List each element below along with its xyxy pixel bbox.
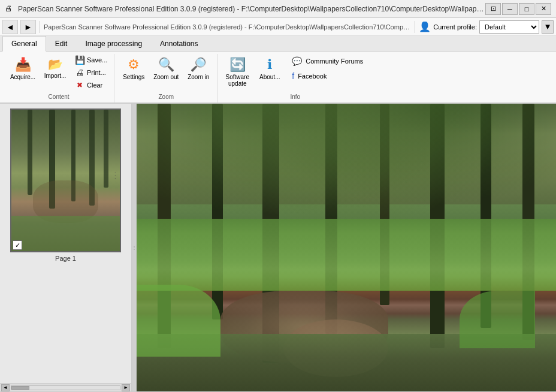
save-label: Save... xyxy=(87,56,107,64)
thumbnail-image xyxy=(11,110,120,251)
profile-label: Current profile: xyxy=(433,23,477,31)
import-label: Import... xyxy=(44,73,67,79)
print-icon: 🖨 xyxy=(75,68,84,77)
ribbon-content: 📥 Acquire... 📂 Import... 💾 Save... 🖨 xyxy=(0,52,556,102)
thumbnail-scrollbar[interactable]: ◄ ► xyxy=(0,383,131,391)
minimize-button[interactable]: ─ xyxy=(502,3,518,15)
app-icon: 🖨 xyxy=(5,4,14,14)
about-button[interactable]: ℹ About... xyxy=(254,54,285,89)
acquire-label: Acquire... xyxy=(10,74,35,80)
title-bar: 🖨 PaperScan Scanner Software Professiona… xyxy=(0,0,556,18)
ribbon: General Edit Image processing Annotation… xyxy=(0,36,556,104)
import-icon: 📂 xyxy=(48,57,63,71)
nav-separator xyxy=(40,21,40,33)
thumbnail-label: Page 1 xyxy=(55,255,76,262)
acquire-icon: 📥 xyxy=(15,57,31,73)
nav-row: ◄ ► PaperScan Scanner Software Professio… xyxy=(0,18,556,36)
profile-area: 👤 Current profile: Default ▼ xyxy=(419,20,554,34)
print-button[interactable]: 🖨 Print... xyxy=(72,67,110,79)
facebook-label: Facebook xyxy=(298,73,327,80)
ribbon-tabs: General Edit Image processing Annotation… xyxy=(0,36,556,52)
update-label: Softwareupdate xyxy=(226,74,249,87)
print-label: Print... xyxy=(87,69,106,76)
content-group-label: Content xyxy=(7,92,110,102)
ribbon-btn-col-save: 💾 Save... 🖨 Print... ✖ Clear xyxy=(72,54,110,91)
settings-icon: ⚙ xyxy=(128,57,140,73)
window-controls: ⊡ ─ □ ✕ xyxy=(485,3,551,15)
facebook-button[interactable]: f Facebook xyxy=(286,69,368,83)
close-button[interactable]: ✕ xyxy=(536,3,551,15)
ribbon-group-zoom: ⚙ Settings 🔍 Zoom out 🔍 Zoom in Zoom xyxy=(114,54,218,102)
ribbon-group-info: 🔄 Softwareupdate ℹ About... 💬 Community … xyxy=(218,54,372,102)
ribbon-group-info-items: 🔄 Softwareupdate ℹ About... 💬 Community … xyxy=(222,54,368,91)
clear-button[interactable]: ✖ Clear xyxy=(72,79,110,91)
profile-select[interactable]: Default xyxy=(479,20,539,34)
community-button[interactable]: 💬 Community Forums xyxy=(286,54,368,68)
update-icon: 🔄 xyxy=(229,57,246,73)
nav-separator2 xyxy=(415,21,415,33)
forward-button[interactable]: ► xyxy=(20,20,36,34)
ribbon-group-content-items: 📥 Acquire... 📂 Import... 💾 Save... 🖨 xyxy=(7,54,110,91)
scroll-thumb[interactable] xyxy=(11,386,29,390)
back-button[interactable]: ◄ xyxy=(2,20,18,34)
about-label: About... xyxy=(259,74,280,80)
save-button[interactable]: 💾 Save... xyxy=(72,54,110,66)
zoom-out-label: Zoom out xyxy=(153,74,179,80)
ribbon-group-zoom-items: ⚙ Settings 🔍 Zoom out 🔍 Zoom in xyxy=(118,54,214,91)
clear-icon: ✖ xyxy=(75,80,84,90)
community-label: Community Forums xyxy=(306,58,363,65)
thumbnail-container[interactable]: ✓ ··· Page 1 xyxy=(0,104,131,383)
zoom-in-button[interactable]: 🔍 Zoom in xyxy=(183,54,214,89)
info-group-label: Info xyxy=(222,92,368,102)
restore-button[interactable]: ⊡ xyxy=(485,3,501,15)
main-area: ✓ ··· Page 1 ◄ ► ⋮ xyxy=(0,104,556,391)
scroll-left-btn[interactable]: ◄ xyxy=(1,384,10,391)
import-button[interactable]: 📂 Import... xyxy=(40,54,71,89)
image-viewer xyxy=(137,104,556,391)
thumbnail-wrapper: ✓ ··· xyxy=(10,108,121,252)
settings-button[interactable]: ⚙ Settings xyxy=(118,54,149,89)
profile-icon: 👤 xyxy=(419,21,431,32)
scroll-track[interactable] xyxy=(11,385,120,390)
zoom-in-label: Zoom in xyxy=(188,74,209,80)
settings-label: Settings xyxy=(123,74,144,80)
tab-image-processing[interactable]: Image processing xyxy=(76,36,151,52)
profile-dropdown-btn[interactable]: ▼ xyxy=(542,20,554,34)
window-title: PaperScan Scanner Software Professional … xyxy=(18,5,485,13)
maximize-button[interactable]: □ xyxy=(519,3,534,15)
tab-annotations[interactable]: Annotations xyxy=(151,36,207,52)
save-icon: 💾 xyxy=(75,55,84,65)
thumbnail-item-1[interactable]: ✓ ··· Page 1 xyxy=(10,108,121,262)
clear-label: Clear xyxy=(87,82,102,89)
ribbon-group-content: 📥 Acquire... 📂 Import... 💾 Save... 🖨 xyxy=(4,54,114,102)
thumbnail-checkbox[interactable]: ✓ xyxy=(13,240,22,250)
zoom-out-button[interactable]: 🔍 Zoom out xyxy=(150,54,182,89)
zoom-group-label: Zoom xyxy=(118,92,214,102)
main-image xyxy=(137,104,556,391)
about-icon: ℹ xyxy=(267,57,272,73)
thumbnail-options-dots[interactable]: ··· xyxy=(112,172,119,180)
acquire-button[interactable]: 📥 Acquire... xyxy=(7,54,38,89)
facebook-icon: f xyxy=(292,71,294,81)
zoom-out-icon: 🔍 xyxy=(158,57,174,73)
zoom-in-icon: 🔍 xyxy=(191,57,207,73)
tab-general[interactable]: General xyxy=(2,36,46,52)
panel-collapse-button[interactable]: ⋮ xyxy=(132,104,137,391)
ribbon-social-col: 💬 Community Forums f Facebook xyxy=(286,54,368,83)
community-icon: 💬 xyxy=(292,56,302,66)
nav-title: PaperScan Scanner Software Professional … xyxy=(44,23,411,31)
software-update-button[interactable]: 🔄 Softwareupdate xyxy=(222,54,253,89)
scroll-right-btn[interactable]: ► xyxy=(122,384,130,391)
tab-edit[interactable]: Edit xyxy=(46,36,77,52)
thumbnail-panel: ✓ ··· Page 1 ◄ ► xyxy=(0,104,132,391)
